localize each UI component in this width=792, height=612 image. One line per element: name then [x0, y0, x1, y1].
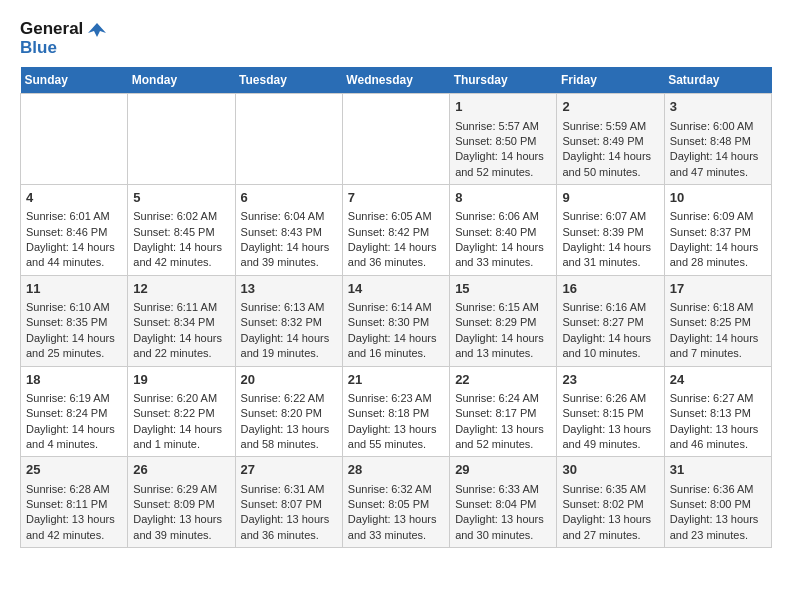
day-info: Daylight: 14 hours: [670, 331, 766, 346]
day-number: 15: [455, 280, 551, 298]
calendar-cell: 31Sunrise: 6:36 AMSunset: 8:00 PMDayligh…: [664, 457, 771, 548]
day-info: Daylight: 14 hours: [241, 331, 337, 346]
day-info: Sunset: 8:07 PM: [241, 497, 337, 512]
calendar-cell: 6Sunrise: 6:04 AMSunset: 8:43 PMDaylight…: [235, 185, 342, 276]
day-info: Sunset: 8:45 PM: [133, 225, 229, 240]
day-number: 4: [26, 189, 122, 207]
calendar-table: SundayMondayTuesdayWednesdayThursdayFrid…: [20, 67, 772, 548]
day-info: Sunset: 8:43 PM: [241, 225, 337, 240]
day-info: Daylight: 14 hours: [455, 149, 551, 164]
calendar-week-1: 1Sunrise: 5:57 AMSunset: 8:50 PMDaylight…: [21, 94, 772, 185]
day-info: Sunrise: 6:20 AM: [133, 391, 229, 406]
day-info: Sunrise: 6:11 AM: [133, 300, 229, 315]
day-info: Sunrise: 6:36 AM: [670, 482, 766, 497]
day-info: Daylight: 13 hours: [562, 512, 658, 527]
calendar-week-2: 4Sunrise: 6:01 AMSunset: 8:46 PMDaylight…: [21, 185, 772, 276]
svg-marker-0: [88, 23, 106, 37]
day-info: and 7 minutes.: [670, 346, 766, 361]
day-info: Sunrise: 6:31 AM: [241, 482, 337, 497]
day-info: Sunset: 8:50 PM: [455, 134, 551, 149]
day-info: Sunset: 8:48 PM: [670, 134, 766, 149]
day-number: 22: [455, 371, 551, 389]
day-info: and 42 minutes.: [133, 255, 229, 270]
day-info: Sunrise: 6:13 AM: [241, 300, 337, 315]
day-info: and 10 minutes.: [562, 346, 658, 361]
calendar-week-4: 18Sunrise: 6:19 AMSunset: 8:24 PMDayligh…: [21, 366, 772, 457]
day-info: and 33 minutes.: [455, 255, 551, 270]
calendar-cell: [342, 94, 449, 185]
day-info: Daylight: 14 hours: [26, 422, 122, 437]
day-info: and 52 minutes.: [455, 437, 551, 452]
calendar-cell: [21, 94, 128, 185]
day-info: Daylight: 14 hours: [348, 240, 444, 255]
day-info: and 4 minutes.: [26, 437, 122, 452]
day-info: Sunrise: 6:23 AM: [348, 391, 444, 406]
day-info: Sunset: 8:05 PM: [348, 497, 444, 512]
day-info: Daylight: 14 hours: [670, 240, 766, 255]
calendar-cell: 30Sunrise: 6:35 AMSunset: 8:02 PMDayligh…: [557, 457, 664, 548]
day-info: Daylight: 14 hours: [562, 331, 658, 346]
day-info: Sunrise: 5:59 AM: [562, 119, 658, 134]
calendar-cell: 24Sunrise: 6:27 AMSunset: 8:13 PMDayligh…: [664, 366, 771, 457]
calendar-cell: 17Sunrise: 6:18 AMSunset: 8:25 PMDayligh…: [664, 275, 771, 366]
day-info: Sunset: 8:11 PM: [26, 497, 122, 512]
day-info: Sunrise: 5:57 AM: [455, 119, 551, 134]
day-info: Sunrise: 6:16 AM: [562, 300, 658, 315]
calendar-cell: 3Sunrise: 6:00 AMSunset: 8:48 PMDaylight…: [664, 94, 771, 185]
calendar-cell: 2Sunrise: 5:59 AMSunset: 8:49 PMDaylight…: [557, 94, 664, 185]
calendar-cell: 26Sunrise: 6:29 AMSunset: 8:09 PMDayligh…: [128, 457, 235, 548]
day-info: Sunrise: 6:05 AM: [348, 209, 444, 224]
calendar-cell: 28Sunrise: 6:32 AMSunset: 8:05 PMDayligh…: [342, 457, 449, 548]
weekday-header-saturday: Saturday: [664, 67, 771, 94]
weekday-header-friday: Friday: [557, 67, 664, 94]
day-number: 2: [562, 98, 658, 116]
day-info: Sunset: 8:37 PM: [670, 225, 766, 240]
day-number: 3: [670, 98, 766, 116]
calendar-cell: 14Sunrise: 6:14 AMSunset: 8:30 PMDayligh…: [342, 275, 449, 366]
logo-bird-icon: [88, 21, 106, 39]
day-number: 8: [455, 189, 551, 207]
day-info: Sunset: 8:49 PM: [562, 134, 658, 149]
day-info: Sunset: 8:32 PM: [241, 315, 337, 330]
day-info: and 58 minutes.: [241, 437, 337, 452]
day-info: and 52 minutes.: [455, 165, 551, 180]
day-info: Sunset: 8:34 PM: [133, 315, 229, 330]
day-info: Sunrise: 6:02 AM: [133, 209, 229, 224]
day-info: Daylight: 13 hours: [348, 422, 444, 437]
day-info: Daylight: 14 hours: [133, 240, 229, 255]
calendar-cell: 19Sunrise: 6:20 AMSunset: 8:22 PMDayligh…: [128, 366, 235, 457]
calendar-cell: 7Sunrise: 6:05 AMSunset: 8:42 PMDaylight…: [342, 185, 449, 276]
day-info: Sunset: 8:39 PM: [562, 225, 658, 240]
day-info: Sunrise: 6:06 AM: [455, 209, 551, 224]
day-info: Sunset: 8:04 PM: [455, 497, 551, 512]
day-info: Sunrise: 6:29 AM: [133, 482, 229, 497]
day-info: Daylight: 14 hours: [241, 240, 337, 255]
calendar-cell: 27Sunrise: 6:31 AMSunset: 8:07 PMDayligh…: [235, 457, 342, 548]
day-info: Sunset: 8:18 PM: [348, 406, 444, 421]
calendar-week-3: 11Sunrise: 6:10 AMSunset: 8:35 PMDayligh…: [21, 275, 772, 366]
day-info: and 39 minutes.: [133, 528, 229, 543]
day-number: 18: [26, 371, 122, 389]
calendar-cell: 16Sunrise: 6:16 AMSunset: 8:27 PMDayligh…: [557, 275, 664, 366]
day-info: Sunset: 8:02 PM: [562, 497, 658, 512]
calendar-cell: 29Sunrise: 6:33 AMSunset: 8:04 PMDayligh…: [450, 457, 557, 548]
day-info: and 31 minutes.: [562, 255, 658, 270]
day-info: Daylight: 13 hours: [670, 512, 766, 527]
day-info: Sunset: 8:09 PM: [133, 497, 229, 512]
day-number: 28: [348, 461, 444, 479]
day-info: Sunset: 8:35 PM: [26, 315, 122, 330]
calendar-cell: 12Sunrise: 6:11 AMSunset: 8:34 PMDayligh…: [128, 275, 235, 366]
day-info: and 39 minutes.: [241, 255, 337, 270]
day-info: Sunrise: 6:27 AM: [670, 391, 766, 406]
day-info: Sunrise: 6:28 AM: [26, 482, 122, 497]
day-info: Daylight: 13 hours: [26, 512, 122, 527]
day-info: and 42 minutes.: [26, 528, 122, 543]
calendar-cell: 22Sunrise: 6:24 AMSunset: 8:17 PMDayligh…: [450, 366, 557, 457]
calendar-cell: [235, 94, 342, 185]
day-number: 16: [562, 280, 658, 298]
calendar-cell: [128, 94, 235, 185]
weekday-header-thursday: Thursday: [450, 67, 557, 94]
day-info: Sunrise: 6:33 AM: [455, 482, 551, 497]
day-info: Sunrise: 6:07 AM: [562, 209, 658, 224]
day-number: 12: [133, 280, 229, 298]
